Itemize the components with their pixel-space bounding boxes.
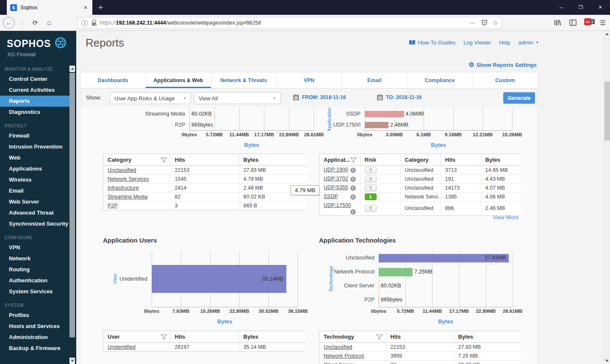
column-header-applicat[interactable]: Applicat...	[319, 154, 360, 165]
sidebar-item-web[interactable]: Web	[0, 152, 76, 163]
minimize-button[interactable]: ─	[552, 0, 571, 15]
filter-icon[interactable]	[161, 157, 167, 163]
sidebar-item-synchronized-security[interactable]: Synchronized Security	[0, 218, 76, 229]
column-header-risk[interactable]: Risk	[360, 154, 400, 165]
url-bar[interactable]: i https://192.168.242.11:4444/webconsole…	[78, 17, 502, 29]
sidebar-item-profiles[interactable]: Profiles	[0, 310, 76, 321]
info-icon[interactable]: i	[350, 194, 356, 200]
column-header-category[interactable]: Category	[400, 154, 441, 165]
header-link-log-viewer[interactable]: Log Viewer	[463, 39, 491, 46]
view-select[interactable]: View All▼	[194, 92, 281, 104]
info-icon[interactable]: i	[350, 168, 356, 173]
insecure-lock-icon[interactable]	[91, 19, 97, 26]
column-header-category[interactable]: Category	[103, 154, 170, 165]
sidebar-toggle-icon[interactable]	[566, 15, 580, 30]
table-link[interactable]: Network Services	[108, 176, 149, 182]
table-link[interactable]: Unidentified	[108, 344, 136, 350]
show-reports-settings-link[interactable]: ⚙ Show Reports Settings	[469, 61, 537, 69]
sidebar-item-wireless[interactable]: Wireless	[0, 174, 76, 185]
forward-button[interactable]: →	[16, 15, 26, 30]
content-scrollbar-thumb[interactable]	[604, 82, 610, 141]
table-link[interactable]: UDP:3702	[324, 176, 348, 182]
table-link[interactable]: Unclassified	[324, 344, 352, 350]
sidebar-scrollbar-thumb[interactable]	[69, 73, 75, 337]
column-header-bytes[interactable]: Bytes	[239, 331, 306, 342]
column-header-user[interactable]: User	[103, 331, 170, 342]
tab-custom[interactable]: Custom	[473, 72, 538, 88]
tab-compliance[interactable]: Compliance	[407, 72, 472, 88]
tab-email[interactable]: Email	[342, 72, 407, 88]
sidebar-item-email[interactable]: Email	[0, 185, 76, 196]
sidebar-item-current-activities[interactable]: Current Activities	[0, 85, 76, 96]
sidebar-item-diagnostics[interactable]: Diagnostics	[0, 107, 76, 118]
report-type-select[interactable]: User App Risks & Usage▼	[110, 92, 191, 104]
home-button[interactable]: ⌂	[43, 15, 55, 30]
header-link-help[interactable]: Help	[499, 39, 510, 46]
page-info-icon[interactable]: i	[81, 20, 88, 26]
column-header-bytes[interactable]: Bytes	[454, 331, 521, 342]
risk-badge[interactable]: ?	[365, 185, 377, 191]
risk-badge[interactable]: 1	[365, 193, 377, 200]
user-menu[interactable]: admin▼	[518, 39, 539, 46]
close-button[interactable]: ✕	[591, 0, 610, 15]
filter-icon[interactable]	[350, 157, 357, 163]
sidebar-item-firewall[interactable]: Firewall	[0, 130, 76, 141]
column-header-hits[interactable]: Hits	[170, 331, 239, 342]
table-link[interactable]: Infrastructure	[108, 185, 139, 191]
table-link[interactable]: P2P	[108, 203, 118, 209]
sidebar-scrollbar[interactable]	[69, 66, 75, 364]
browser-tab[interactable]: S Sophos ✕	[7, 0, 92, 15]
sidebar-item-authentication[interactable]: Authentication	[0, 275, 76, 286]
column-header-technology[interactable]: Technology	[319, 331, 386, 342]
table-link[interactable]: UDP:1900	[324, 167, 348, 173]
scroll-down-icon[interactable]	[604, 358, 610, 364]
sidebar-item-backup-firmware[interactable]: Backup & Firmware	[0, 343, 76, 354]
sidebar-item-system-services[interactable]: System Services	[0, 286, 76, 297]
sidebar-item-routing[interactable]: Routing	[0, 264, 76, 275]
sidebar-item-applications[interactable]: Applications	[0, 163, 76, 174]
pocket-shield-icon[interactable]	[481, 19, 488, 27]
filter-icon[interactable]	[161, 334, 167, 340]
from-date-picker[interactable]: FROM: 2018-11-16	[293, 94, 346, 101]
tab-close-icon[interactable]: ✕	[82, 5, 89, 11]
scroll-up-icon[interactable]	[69, 66, 75, 72]
column-header-bytes[interactable]: Bytes	[481, 154, 521, 165]
risk-badge[interactable]: ?	[365, 167, 377, 174]
info-icon[interactable]: i	[350, 176, 356, 182]
risk-badge[interactable]: ?	[365, 176, 377, 182]
column-header-bytes[interactable]: Bytes	[239, 154, 306, 165]
sidebar-item-network[interactable]: Network	[0, 253, 76, 264]
sidebar-item-advanced-threat[interactable]: Advanced Threat	[0, 207, 76, 218]
sidebar-item-hosts-and-services[interactable]: Hosts and Services	[0, 321, 76, 332]
tab-network-threats[interactable]: Network & Threats	[211, 72, 277, 88]
restore-button[interactable]: ❐	[571, 0, 591, 15]
filter-icon[interactable]	[376, 334, 383, 340]
generate-button[interactable]: Generate	[503, 92, 535, 104]
info-icon[interactable]: i	[350, 185, 356, 191]
sidebar-item-vpn[interactable]: VPN	[0, 242, 76, 253]
sidebar-item-control-center[interactable]: Control Center	[0, 74, 76, 85]
scroll-up-icon[interactable]	[604, 31, 610, 37]
risk-badge[interactable]: ?	[365, 205, 377, 212]
header-link-how-to-guides[interactable]: How-To Guides	[409, 39, 455, 46]
tab-vpn[interactable]: VPN	[277, 72, 342, 88]
bookmark-star-icon[interactable]: ☆	[493, 19, 498, 27]
info-icon[interactable]: i	[350, 209, 356, 215]
table-link[interactable]: Streaming Media	[108, 194, 148, 200]
sidebar-item-web-server[interactable]: Web Server	[0, 196, 76, 207]
reload-button[interactable]: ⟳	[30, 15, 41, 30]
column-header-hits[interactable]: Hits	[386, 331, 454, 342]
menu-hamburger-icon[interactable]: ☰	[596, 15, 609, 30]
table-link[interactable]: Client Server	[324, 362, 354, 364]
content-scrollbar[interactable]	[604, 31, 610, 364]
new-tab-button[interactable]: +	[98, 0, 103, 15]
sidebar-item-reports[interactable]: Reports	[0, 96, 69, 107]
table-link[interactable]: UDP:17500	[324, 202, 351, 208]
column-header-hits[interactable]: Hits	[170, 154, 239, 165]
scroll-down-icon[interactable]	[69, 358, 75, 364]
view-more-link[interactable]: View More	[493, 214, 518, 221]
column-header-hits[interactable]: Hits	[441, 154, 481, 165]
url-text[interactable]: https://192.168.242.11:4444/webconsole/w…	[100, 20, 470, 26]
tab-applications-web[interactable]: Applications & Web	[146, 72, 211, 88]
tab-dashboards[interactable]: Dashboards	[80, 72, 146, 88]
